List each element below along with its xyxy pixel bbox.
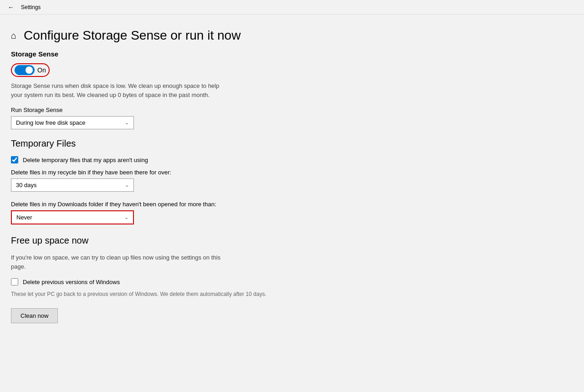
- page-container: ⌂ Configure Storage Sense or run it now …: [0, 15, 319, 341]
- toggle-knob: [26, 66, 33, 74]
- recycle-bin-dropdown[interactable]: 30 days ⌄: [11, 178, 134, 192]
- storage-sense-toggle-wrapper[interactable]: On: [11, 63, 50, 77]
- storage-sense-description: Storage Sense runs when disk space is lo…: [11, 81, 230, 99]
- downloads-dropdown-value: Never: [16, 214, 32, 221]
- run-storage-sense-label: Run Storage Sense: [11, 107, 308, 113]
- delete-windows-row: Delete previous versions of Windows: [11, 278, 308, 285]
- titlebar-back-button[interactable]: ←: [5, 2, 16, 13]
- clean-now-button[interactable]: Clean now: [11, 308, 58, 323]
- titlebar: ← Settings: [0, 0, 584, 15]
- recycle-bin-label: Delete files in my recycle bin if they h…: [11, 169, 308, 176]
- downloads-dropdown-arrow: ⌄: [124, 214, 128, 220]
- free-space-description: If you're low on space, we can try to cl…: [11, 253, 230, 271]
- windows-sub-description: These let your PC go back to a previous …: [11, 291, 284, 297]
- back-icon: ←: [8, 4, 14, 11]
- storage-sense-toggle[interactable]: [15, 65, 35, 75]
- storage-sense-title: Storage Sense: [11, 50, 308, 58]
- content-area: Storage Sense On Storage Sense runs when…: [0, 50, 319, 323]
- run-storage-sense-dropdown[interactable]: During low free disk space ⌄: [11, 116, 134, 129]
- temporary-files-title: Temporary Files: [11, 138, 308, 149]
- titlebar-app-name: Settings: [21, 4, 41, 10]
- home-icon[interactable]: ⌂: [11, 31, 16, 41]
- recycle-dropdown-value: 30 days: [16, 182, 37, 188]
- toggle-state-label: On: [37, 66, 46, 74]
- run-dropdown-value: During low free disk space: [16, 119, 85, 126]
- free-up-space-section: Free up space now If you're low on space…: [11, 235, 308, 323]
- downloads-dropdown[interactable]: Never ⌄: [11, 210, 134, 224]
- delete-temp-row: Delete temporary files that my apps aren…: [11, 156, 308, 163]
- page-header: ⌂ Configure Storage Sense or run it now: [0, 24, 319, 50]
- free-space-title: Free up space now: [11, 235, 308, 246]
- toggle-container: On: [11, 63, 308, 77]
- storage-sense-section: Storage Sense On Storage Sense runs when…: [11, 50, 308, 129]
- page-title: Configure Storage Sense or run it now: [24, 28, 241, 43]
- recycle-dropdown-arrow: ⌄: [125, 182, 129, 188]
- temporary-files-section: Temporary Files Delete temporary files t…: [11, 138, 308, 224]
- downloads-label: Delete files in my Downloads folder if t…: [11, 201, 266, 208]
- delete-windows-label: Delete previous versions of Windows: [23, 279, 120, 285]
- delete-temp-checkbox[interactable]: [11, 156, 18, 163]
- delete-windows-checkbox[interactable]: [11, 278, 18, 285]
- run-dropdown-arrow: ⌄: [125, 120, 129, 126]
- delete-temp-label: Delete temporary files that my apps aren…: [23, 157, 148, 163]
